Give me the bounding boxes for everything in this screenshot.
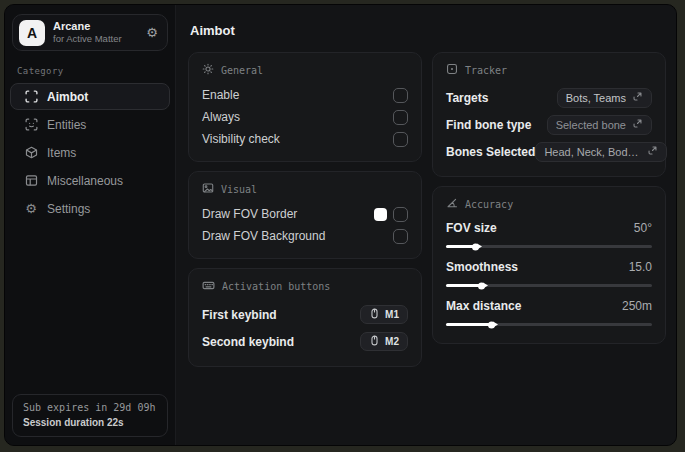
expand-icon: [632, 118, 643, 131]
general-card: General Enable Always Visibility check: [188, 52, 422, 162]
expand-icon: [647, 145, 658, 158]
fov-size-slider[interactable]: [446, 245, 652, 248]
setting-row: Bones Selected Head, Neck, Body, Pe..: [446, 138, 652, 165]
targets-dropdown[interactable]: Bots, Teams: [557, 88, 652, 108]
second-keybind-button[interactable]: M2: [360, 332, 408, 351]
image-icon: [202, 182, 214, 196]
sidebar-item-settings[interactable]: ⚙ Settings: [10, 195, 170, 222]
visibility-check-checkbox[interactable]: [393, 132, 408, 147]
gear-icon: ⚙: [24, 202, 38, 216]
enable-checkbox[interactable]: [393, 88, 408, 103]
slider-value: 50°: [634, 221, 652, 235]
setting-label: First keybind: [202, 308, 277, 322]
setting-label: Second keybind: [202, 335, 294, 349]
keybind-value: M2: [385, 336, 399, 347]
visual-card: Visual Draw FOV Border Draw FOV Backgrou…: [188, 171, 422, 259]
setting-row: Second keybind M2: [202, 328, 408, 355]
sidebar-item-label: Items: [47, 146, 76, 160]
first-keybind-button[interactable]: M1: [360, 305, 408, 324]
app-name: Arcane: [53, 20, 122, 33]
setting-label: FOV size: [446, 221, 497, 235]
card-title: Accuracy: [465, 199, 513, 210]
setting-row: Enable: [202, 84, 408, 106]
setting-row: Always: [202, 106, 408, 128]
slider-thumb[interactable]: [478, 282, 485, 289]
page-title: Aimbot: [190, 23, 666, 38]
setting-label: Always: [202, 110, 240, 124]
sidebar-item-entities[interactable]: Entities: [10, 111, 170, 138]
setting-label: Bones Selected: [446, 145, 535, 159]
find-bone-type-dropdown[interactable]: Selected bone: [547, 115, 652, 135]
keybind-value: M1: [385, 309, 399, 320]
setting-label: Find bone type: [446, 118, 531, 132]
main-panel: Aimbot General Enable: [176, 5, 676, 445]
tracker-target-icon: [446, 63, 458, 77]
setting-label: Smoothness: [446, 260, 518, 274]
sidebar-item-label: Settings: [47, 202, 90, 216]
setting-label: Visibility check: [202, 132, 280, 146]
bones-selected-dropdown[interactable]: Head, Neck, Body, Pe..: [535, 142, 667, 162]
dropdown-value: Head, Neck, Body, Pe..: [544, 146, 641, 158]
setting-label: Enable: [202, 88, 239, 102]
layout-icon: [24, 174, 38, 188]
max-distance-slider[interactable]: [446, 323, 652, 326]
app-window: A Arcane for Active Matter ⚙ Category Ai…: [4, 4, 677, 446]
crosshair-scan-icon: [24, 90, 38, 104]
card-title: Activation buttons: [222, 281, 330, 292]
setting-label: Max distance: [446, 299, 521, 313]
card-title: Visual: [221, 184, 257, 195]
sun-settings-icon: [202, 63, 214, 77]
mouse-icon: [369, 335, 380, 348]
card-title: General: [221, 65, 263, 76]
setting-row: First keybind M1: [202, 301, 408, 328]
accuracy-card: Accuracy FOV size 50°: [432, 186, 666, 344]
setting-row: Targets Bots, Teams: [446, 84, 652, 111]
sidebar-item-label: Miscellaneous: [47, 174, 123, 188]
brand-header: A Arcane for Active Matter ⚙: [12, 14, 168, 51]
keyboard-icon: [202, 279, 215, 294]
dropdown-value: Bots, Teams: [566, 92, 626, 104]
setting-label: Targets: [446, 91, 488, 105]
sidebar-item-aimbot[interactable]: Aimbot: [10, 83, 170, 110]
gear-icon[interactable]: ⚙: [146, 26, 158, 39]
card-title: Tracker: [465, 65, 507, 76]
mouse-icon: [369, 308, 380, 321]
app-logo: A: [19, 20, 45, 46]
smoothness-setting: Smoothness 15.0: [446, 257, 652, 287]
sub-expiry-text: Sub expires in 29d 09h: [23, 402, 157, 413]
sidebar-item-label: Aimbot: [47, 90, 88, 104]
cube-icon: [24, 146, 38, 160]
slider-value: 250m: [622, 299, 652, 313]
setting-row: Draw FOV Background: [202, 225, 408, 247]
draw-fov-border-checkbox[interactable]: [393, 207, 408, 222]
draw-fov-background-checkbox[interactable]: [393, 229, 408, 244]
always-checkbox[interactable]: [393, 110, 408, 125]
sidebar-item-miscellaneous[interactable]: Miscellaneous: [10, 167, 170, 194]
category-label: Category: [17, 66, 175, 76]
subscription-info: Sub expires in 29d 09h Session duration …: [12, 394, 168, 437]
fov-size-setting: FOV size 50°: [446, 218, 652, 248]
slider-thumb[interactable]: [488, 321, 495, 328]
setting-row: Find bone type Selected bone: [446, 111, 652, 138]
setting-row: Visibility check: [202, 128, 408, 150]
angle-icon: [446, 197, 458, 211]
sidebar-item-label: Entities: [47, 118, 86, 132]
app-subtitle: for Active Matter: [53, 33, 122, 45]
setting-row: Draw FOV Border: [202, 203, 408, 225]
activation-card: Activation buttons First keybind M1: [188, 268, 422, 367]
brand-text: Arcane for Active Matter: [53, 20, 122, 45]
slider-value: 15.0: [629, 260, 652, 274]
setting-label: Draw FOV Background: [202, 229, 325, 243]
smoothness-slider[interactable]: [446, 284, 652, 287]
sidebar-item-items[interactable]: Items: [10, 139, 170, 166]
slider-thumb[interactable]: [472, 243, 479, 250]
dropdown-value: Selected bone: [556, 119, 626, 131]
tracker-card: Tracker Targets Bots, Teams: [432, 52, 666, 177]
entity-scan-icon: [24, 118, 38, 132]
left-column: General Enable Always Visibility check: [188, 52, 422, 367]
sidebar-nav: Aimbot Entities: [5, 83, 175, 223]
fov-border-color-swatch[interactable]: [374, 208, 387, 221]
right-column: Tracker Targets Bots, Teams: [432, 52, 666, 344]
session-duration-text: Session duration 22s: [23, 417, 157, 428]
expand-icon: [632, 91, 643, 104]
